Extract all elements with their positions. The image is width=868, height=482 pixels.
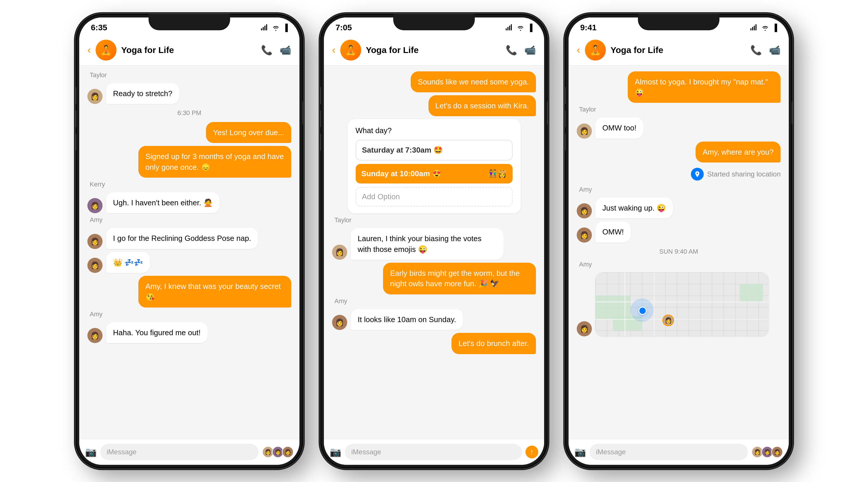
sender-amy-3map: Amy [577,261,781,268]
location-map-bubble[interactable]: 👩 [595,272,769,336]
avatar-amy-2: 👩 [332,315,347,330]
bubble-2-4: Early birds might get the worm, but the … [383,263,536,294]
send-icon-2[interactable]: ↑ [525,446,538,458]
nav-actions-1: 📞 📹 [261,44,291,56]
poll-option-2[interactable]: Sunday at 10:00am 😍 👫👸 [355,164,513,184]
avatar-taylor-3: 👩 [577,124,592,139]
bubble-1-4: Ugh. I haven't been either. 🙅 [106,192,220,213]
bubble-3-5: OMW! [595,221,631,242]
sender-taylor-2: Taylor [332,216,536,224]
back-button-3[interactable]: ‹ [577,44,580,56]
msg-3-3: Amy, where are you? [577,141,781,162]
avatar-amy-3c: 👩 [577,321,592,336]
camera-icon-3[interactable]: 📷 [575,447,586,457]
sender-taylor-1: Taylor [87,71,291,79]
bubble-2-1: Sounds like we need some yoga. [411,71,536,92]
back-button-2[interactable]: ‹ [332,44,336,56]
sender-amy-1: Amy [87,216,291,224]
camera-icon-1[interactable]: 📷 [85,447,97,457]
location-icon [691,168,704,181]
ts-1-1: 6:30 PM [87,109,291,117]
svg-rect-3 [266,24,268,30]
phone-button-2[interactable]: 📞 [506,44,517,56]
sender-amy-3: Amy [577,186,781,193]
group-avatars-3: 👩 👩 👩 [751,446,783,458]
bubble-2-2: Let's do a session with Kira. [429,95,536,116]
msg-1-3: Signed up for 3 months of yoga and have … [87,146,291,178]
phone-button-1[interactable]: 📞 [261,44,273,56]
wifi-icon [272,24,280,32]
svg-rect-10 [754,26,755,30]
bubble-2-3: Lauren, I think your biasing the votes w… [351,228,504,260]
phone-1: 6:35 ▐ ‹ 🧘 Yoga for Life 📞 📹 [76,14,303,468]
input-field-3[interactable]: iMessage [590,444,748,460]
notch-3 [638,14,719,30]
msg-1-6: 👩 👑 💤💤 [87,252,291,273]
messages-area-1: Taylor 👩 Ready to stretch? 6:30 PM Yes! … [79,66,300,439]
bottom-input-1: 📷 iMessage 👩 👩 👩 [79,439,300,465]
group-avatar-3: 🧘 [585,40,606,61]
svg-rect-6 [509,26,510,30]
messages-area-3: Almost to yoga. I brought my "nap mat." … [568,66,789,439]
signal-icon-2 [505,24,514,32]
bubble-1-2: Yes! Long over due... [206,122,291,143]
bottom-input-2: 📷 iMessage ↑ [324,439,544,465]
sender-kerry-1: Kerry [87,181,291,188]
notch-1 [149,14,230,30]
add-option-button[interactable]: Add Option [355,187,513,206]
status-icons-2: ▐ [505,24,532,32]
video-button-3[interactable]: 📹 [769,44,781,56]
msg-3-6: 👩 [577,272,781,336]
bottom-input-3: 📷 iMessage 👩 👩 👩 [568,439,789,465]
back-button-1[interactable]: ‹ [87,44,91,56]
camera-icon-2[interactable]: 📷 [330,447,341,457]
msg-3-4: 👩 Just waking up. 😜 [577,197,781,218]
status-icons-3: ▐ [750,24,777,32]
avatar-amy-1: 👩 [87,234,102,249]
user-location-pin: 👩 [662,315,674,326]
mini-avatar-amy: 👩 [282,446,293,458]
msg-1-7: Amy, I knew that was your beauty secret … [87,276,291,308]
nav-actions-3: 📞 📹 [750,44,781,56]
msg-2-2: Let's do a session with Kira. [332,95,536,116]
avatar-amy-1b: 👩 [87,258,102,273]
avatar-kerry-1: 👩 [87,198,102,213]
sender-amy-2: Amy [332,297,536,305]
phone-3: 9:41 ▐ ‹ 🧘 Yoga for Life 📞 📹 Almost to [565,14,792,468]
svg-rect-2 [265,26,266,30]
wifi-icon-3 [761,24,769,32]
video-button-1[interactable]: 📹 [280,44,291,56]
screen-1: 6:35 ▐ ‹ 🧘 Yoga for Life 📞 📹 [79,18,300,465]
msg-1-5: 👩 I go for the Reclining Goddess Pose na… [87,228,291,249]
input-field-2[interactable]: iMessage [345,444,522,460]
msg-2-3: 👩 Lauren, I think your biasing the votes… [332,228,536,260]
svg-rect-4 [506,28,507,30]
phone-button-3[interactable]: 📞 [750,44,762,56]
phone-2: 7:05 ▐ ‹ 🧘 Yoga for Life 📞 📹 Sounds li [320,14,548,468]
group-name-3: Yoga for Life [611,45,746,55]
wifi-icon-2 [517,24,525,32]
bubble-1-6: 👑 💤💤 [106,252,150,273]
bubble-3-4: Just waking up. 😜 [595,197,673,218]
signal-icon-3 [750,24,758,32]
poll-option-1[interactable]: Saturday at 7:30am 🤩 [355,140,513,160]
nav-header-1: ‹ 🧘 Yoga for Life 📞 📹 [79,35,300,66]
msg-2-5: 👩 It looks like 10am on Sunday. [332,309,536,330]
msg-3-5: 👩 OMW! [577,221,781,242]
bubble-1-3: Signed up for 3 months of yoga and have … [138,146,291,178]
battery-icon-3: ▐ [772,24,777,32]
bubble-2-5: It looks like 10am on Sunday. [351,309,463,330]
msg-3-2: 👩 OMW too! [577,117,781,138]
input-field-1[interactable]: iMessage [100,444,259,460]
mini-avatar-amy-3: 👩 [771,446,783,458]
msg-2-4: Early birds might get the worm, but the … [332,263,536,294]
video-button-2[interactable]: 📹 [524,44,536,56]
location-share-notify: Started sharing location [577,165,781,183]
time-2: 7:05 [336,23,352,32]
svg-rect-11 [755,24,757,30]
time-3: 9:41 [580,23,596,32]
group-avatars-1: 👩 👩 👩 [262,446,293,458]
msg-1-8: 👩 Haha. You figured me out! [87,322,291,343]
svg-rect-5 [507,27,508,30]
bubble-2-6: Let's do brunch after. [452,333,536,354]
